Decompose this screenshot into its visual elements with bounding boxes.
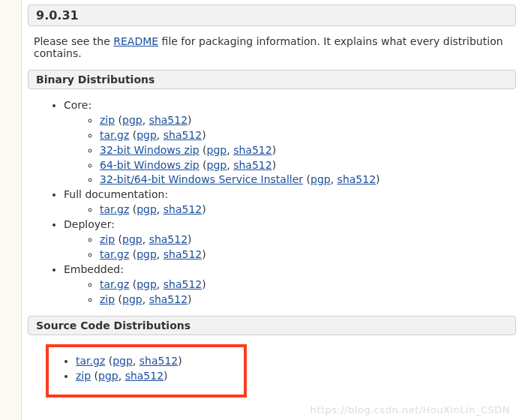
sha512-link[interactable]: sha512 <box>233 144 272 156</box>
pgp-link[interactable]: pgp <box>122 114 142 126</box>
binary-distributions-heading: Binary Distributions <box>28 70 516 89</box>
pgp-link[interactable]: pgp <box>310 173 331 185</box>
sha512-link[interactable]: sha512 <box>140 355 178 367</box>
pgp-link[interactable]: pgp <box>136 248 157 260</box>
intro-paragraph: Please see the README file for packaging… <box>22 35 522 70</box>
watermark-text: https://blog.csdn.net/HouXinLin_CSDN <box>310 404 510 416</box>
sha512-link[interactable]: sha512 <box>164 278 202 290</box>
pgp-link[interactable]: pgp <box>112 355 133 367</box>
list-item: tar.gz (pgp, sha512) <box>100 128 510 142</box>
binary-distributions-list: Core: zip (pgp, sha512) tar.gz (pgp, sha… <box>22 98 522 316</box>
list-item: Full documentation: tar.gz (pgp, sha512) <box>64 188 510 217</box>
sha512-link[interactable]: sha512 <box>149 293 188 305</box>
list-item: zip (pgp, sha512) <box>100 292 510 307</box>
list-item: Deployer: zip (pgp, sha512) tar.gz (pgp,… <box>64 218 510 262</box>
list-item: tar.gz (pgp, sha512) <box>100 202 510 217</box>
list-item: tar.gz (pgp, sha512) <box>100 278 510 292</box>
download-installer-link[interactable]: 32-bit/64-bit Windows Service Installer <box>100 173 303 185</box>
pgp-link[interactable]: pgp <box>136 278 157 290</box>
sha512-link[interactable]: sha512 <box>164 248 202 260</box>
list-item: tar.gz (pgp, sha512) <box>76 354 241 368</box>
list-item: zip (pgp, sha512) <box>100 232 510 247</box>
binary-heading-text: Binary Distributions <box>36 74 154 86</box>
list-item: Embedded: tar.gz (pgp, sha512) zip (pgp,… <box>64 262 510 307</box>
embedded-label: Embedded: <box>64 263 124 275</box>
download-win32-link[interactable]: 32-bit Windows zip <box>100 144 200 156</box>
download-targz-link[interactable]: tar.gz <box>100 248 129 260</box>
highlighted-source-box: tar.gz (pgp, sha512) zip (pgp, sha512) <box>46 344 247 398</box>
sha512-link[interactable]: sha512 <box>164 203 202 215</box>
download-targz-link[interactable]: tar.gz <box>100 129 129 141</box>
sha512-link[interactable]: sha512 <box>125 370 164 382</box>
sha512-link[interactable]: sha512 <box>233 159 272 171</box>
list-item: 32-bit/64-bit Windows Service Installer … <box>100 172 510 187</box>
deployer-label: Deployer: <box>64 218 115 230</box>
download-targz-link[interactable]: tar.gz <box>100 203 129 215</box>
list-item: 64-bit Windows zip (pgp, sha512) <box>100 158 510 172</box>
download-win64-link[interactable]: 64-bit Windows zip <box>100 159 200 171</box>
download-targz-link[interactable]: tar.gz <box>100 278 129 290</box>
list-item: zip (pgp, sha512) <box>76 369 241 383</box>
list-item: Core: zip (pgp, sha512) tar.gz (pgp, sha… <box>64 98 510 187</box>
pgp-link[interactable]: pgp <box>136 203 157 215</box>
version-text: 9.0.31 <box>36 8 79 22</box>
intro-prefix: Please see the <box>34 35 113 47</box>
list-item: 32-bit Windows zip (pgp, sha512) <box>100 143 510 158</box>
download-zip-link[interactable]: zip <box>76 370 91 382</box>
full-doc-label: Full documentation: <box>64 188 168 200</box>
download-targz-link[interactable]: tar.gz <box>76 355 105 367</box>
pgp-link[interactable]: pgp <box>122 233 142 245</box>
sha512-link[interactable]: sha512 <box>164 129 202 141</box>
readme-link[interactable]: README <box>113 35 158 47</box>
sha512-link[interactable]: sha512 <box>338 173 376 185</box>
download-zip-link[interactable]: zip <box>100 233 115 245</box>
sha512-link[interactable]: sha512 <box>149 233 188 245</box>
pgp-link[interactable]: pgp <box>207 159 227 171</box>
list-item: zip (pgp, sha512) <box>100 113 510 128</box>
pgp-link[interactable]: pgp <box>122 293 142 305</box>
pgp-link[interactable]: pgp <box>136 129 157 141</box>
version-heading: 9.0.31 <box>28 4 516 26</box>
pgp-link[interactable]: pgp <box>207 144 227 156</box>
source-heading-text: Source Code Distributions <box>36 320 190 332</box>
list-item: tar.gz (pgp, sha512) <box>100 248 510 262</box>
download-zip-link[interactable]: zip <box>100 114 115 126</box>
sha512-link[interactable]: sha512 <box>149 114 188 126</box>
download-zip-link[interactable]: zip <box>100 293 115 305</box>
core-label: Core: <box>64 99 92 111</box>
source-distributions-heading: Source Code Distributions <box>28 316 516 335</box>
pgp-link[interactable]: pgp <box>98 370 118 382</box>
